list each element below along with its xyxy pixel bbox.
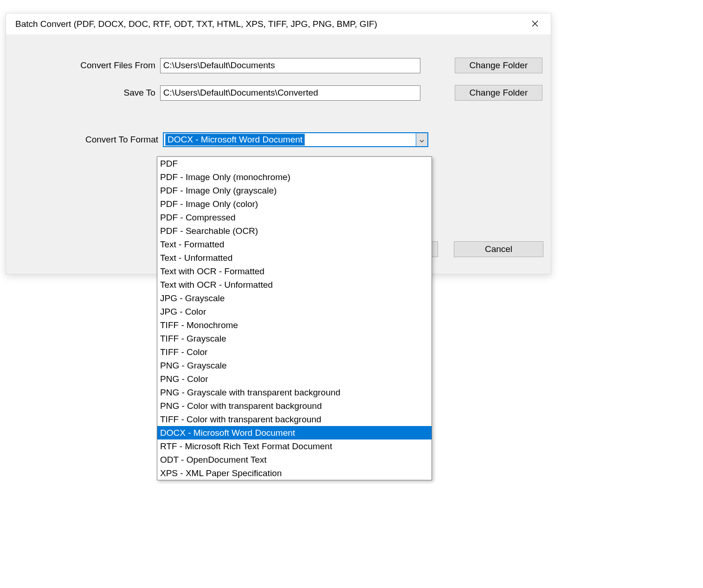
dropdown-option[interactable]: PNG - Color with transparent background bbox=[157, 399, 432, 413]
dropdown-option[interactable]: XPS - XML Paper Specification bbox=[157, 466, 432, 480]
convert-format-combobox[interactable]: DOCX - Microsoft Word Document bbox=[163, 132, 428, 147]
dropdown-option[interactable]: JPG - Grayscale bbox=[157, 291, 432, 305]
dropdown-option[interactable]: TIFF - Color with transparent background bbox=[157, 413, 432, 426]
dropdown-option[interactable]: DOCX - Microsoft Word Document bbox=[157, 426, 432, 439]
convert-format-dropdown-list[interactable]: PDFPDF - Image Only (monochrome)PDF - Im… bbox=[157, 156, 432, 480]
dropdown-option[interactable]: TIFF - Monochrome bbox=[157, 318, 432, 332]
dialog-title: Batch Convert (PDF, DOCX, DOC, RTF, ODT,… bbox=[15, 19, 377, 29]
convert-format-selected: DOCX - Microsoft Word Document bbox=[165, 134, 305, 146]
dropdown-option[interactable]: TIFF - Color bbox=[157, 345, 432, 359]
change-folder-saveto-button[interactable]: Change Folder bbox=[455, 85, 542, 101]
save-to-label: Save To bbox=[14, 88, 160, 98]
dropdown-option[interactable]: TIFF - Grayscale bbox=[157, 332, 432, 345]
dropdown-option[interactable]: Text - Formatted bbox=[157, 238, 432, 251]
convert-format-label: Convert To Format bbox=[14, 135, 163, 145]
dropdown-option[interactable]: PNG - Grayscale with transparent backgro… bbox=[157, 386, 432, 399]
dropdown-option[interactable]: PDF - Compressed bbox=[157, 211, 432, 224]
close-button[interactable] bbox=[526, 15, 544, 33]
convert-format-row: Convert To Format DOCX - Microsoft Word … bbox=[14, 132, 542, 147]
dropdown-option[interactable]: Text - Unformatted bbox=[157, 251, 432, 265]
titlebar: Batch Convert (PDF, DOCX, DOC, RTF, ODT,… bbox=[6, 13, 551, 34]
dropdown-option[interactable]: PDF - Searchable (OCR) bbox=[157, 224, 432, 238]
dropdown-option[interactable]: JPG - Color bbox=[157, 305, 432, 318]
dropdown-option[interactable]: Text with OCR - Unformatted bbox=[157, 278, 432, 291]
convert-from-input[interactable] bbox=[160, 58, 420, 73]
chevron-down-icon bbox=[419, 135, 424, 145]
convert-from-label: Convert Files From bbox=[14, 60, 160, 71]
dropdown-option[interactable]: ODT - OpenDocument Text bbox=[157, 453, 432, 466]
dropdown-option[interactable]: RTF - Microsoft Rich Text Format Documen… bbox=[157, 439, 432, 453]
dropdown-option[interactable]: PNG - Grayscale bbox=[157, 359, 432, 372]
dropdown-option[interactable]: PDF bbox=[157, 157, 432, 170]
dropdown-option[interactable]: PDF - Image Only (monochrome) bbox=[157, 170, 432, 184]
convert-from-row: Convert Files From Change Folder bbox=[14, 58, 542, 73]
dropdown-option[interactable]: PDF - Image Only (grayscale) bbox=[157, 184, 432, 197]
cancel-button[interactable]: Cancel bbox=[454, 241, 543, 257]
dropdown-option[interactable]: Text with OCR - Formatted bbox=[157, 265, 432, 278]
change-folder-from-button[interactable]: Change Folder bbox=[455, 58, 542, 73]
close-icon bbox=[532, 19, 538, 29]
dropdown-option[interactable]: PDF - Image Only (color) bbox=[157, 197, 432, 211]
save-to-input[interactable] bbox=[160, 85, 420, 101]
convert-format-combo-container: DOCX - Microsoft Word Document bbox=[163, 132, 428, 147]
dropdown-option[interactable]: PNG - Color bbox=[157, 372, 432, 386]
save-to-row: Save To Change Folder bbox=[14, 85, 542, 101]
combo-dropdown-button[interactable] bbox=[416, 133, 428, 147]
